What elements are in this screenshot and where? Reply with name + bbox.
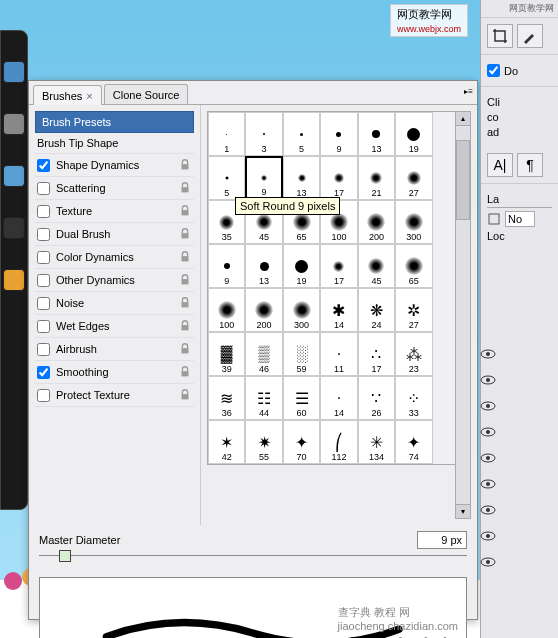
option-row-shape-dynamics[interactable]: Shape Dynamics xyxy=(35,154,194,177)
brush-swatch-5[interactable]: 5 xyxy=(208,156,245,200)
lock-icon[interactable] xyxy=(178,296,192,310)
brush-swatch-19[interactable]: 19 xyxy=(283,244,320,288)
diameter-slider[interactable] xyxy=(39,555,467,569)
brush-swatch-13[interactable]: 13 xyxy=(358,112,395,156)
lock-icon[interactable] xyxy=(178,227,192,241)
tab-brushes[interactable]: Brushes× xyxy=(33,85,102,105)
brush-swatch-13[interactable]: 13 xyxy=(245,244,282,288)
option-row-color-dynamics[interactable]: Color Dynamics xyxy=(35,246,194,269)
brush-swatch-24[interactable]: ❋24 xyxy=(358,288,395,332)
brush-swatch-17[interactable]: 17 xyxy=(320,156,357,200)
lock-icon[interactable] xyxy=(178,365,192,379)
brush-swatch-9[interactable]: 9 xyxy=(208,244,245,288)
checkbox[interactable] xyxy=(487,64,500,77)
eye-icon[interactable] xyxy=(480,476,496,492)
brush-swatch-17[interactable]: ∴17 xyxy=(358,332,395,376)
brush-swatch-112[interactable]: ⎛112 xyxy=(320,420,357,464)
brush-swatch-14[interactable]: ✱14 xyxy=(320,288,357,332)
brush-swatch-9[interactable]: 9 xyxy=(245,156,282,200)
scroll-thumb[interactable] xyxy=(456,140,470,220)
diameter-input[interactable] xyxy=(417,531,467,549)
lock-icon[interactable] xyxy=(178,342,192,356)
eye-icon[interactable] xyxy=(480,424,496,440)
brush-swatch-19[interactable]: 19 xyxy=(395,112,432,156)
scroll-up-icon[interactable]: ▴ xyxy=(456,112,470,126)
close-icon[interactable]: × xyxy=(86,90,92,102)
option-checkbox[interactable] xyxy=(37,182,50,195)
paragraph-icon[interactable]: ¶ xyxy=(517,153,543,177)
brush-swatch-39[interactable]: ▓39 xyxy=(208,332,245,376)
brush-swatch-13[interactable]: 13 xyxy=(283,156,320,200)
brush-swatch-44[interactable]: ☷44 xyxy=(245,376,282,420)
eye-icon[interactable] xyxy=(480,398,496,414)
eye-icon[interactable] xyxy=(480,346,496,362)
brush-swatch-3[interactable]: 3 xyxy=(245,112,282,156)
brush-swatch-11[interactable]: ·11 xyxy=(320,332,357,376)
option-checkbox[interactable] xyxy=(37,251,50,264)
lock-icon[interactable] xyxy=(178,388,192,402)
brush-swatch-45[interactable]: 45 xyxy=(358,244,395,288)
option-row-protect-texture[interactable]: Protect Texture xyxy=(35,384,194,407)
brush-swatch-27[interactable]: 27 xyxy=(395,156,432,200)
brush-swatch-17[interactable]: 17 xyxy=(320,244,357,288)
option-checkbox[interactable] xyxy=(37,205,50,218)
brush-swatch-46[interactable]: ▒46 xyxy=(245,332,282,376)
brush-presets-header[interactable]: Brush Presets xyxy=(35,111,194,133)
brush-swatch-70[interactable]: ✦70 xyxy=(283,420,320,464)
eye-icon[interactable] xyxy=(480,528,496,544)
slider-thumb[interactable] xyxy=(59,550,71,562)
brush-swatch-100[interactable]: 100 xyxy=(208,288,245,332)
option-checkbox[interactable] xyxy=(37,274,50,287)
brush-tip-shape-row[interactable]: Brush Tip Shape xyxy=(35,133,194,154)
option-row-other-dynamics[interactable]: Other Dynamics xyxy=(35,269,194,292)
brush-swatch-33[interactable]: ⁘33 xyxy=(395,376,432,420)
lock-icon[interactable] xyxy=(178,273,192,287)
brush-swatch-300[interactable]: 300 xyxy=(395,200,432,244)
option-row-texture[interactable]: Texture xyxy=(35,200,194,223)
option-row-noise[interactable]: Noise xyxy=(35,292,194,315)
option-checkbox[interactable] xyxy=(37,159,50,172)
brush-swatch-74[interactable]: ✦74 xyxy=(395,420,432,464)
brush-swatch-59[interactable]: ░59 xyxy=(283,332,320,376)
option-row-smoothing[interactable]: Smoothing xyxy=(35,361,194,384)
brush-swatch-23[interactable]: ⁂23 xyxy=(395,332,432,376)
brush-swatch-65[interactable]: 65 xyxy=(395,244,432,288)
grid-scrollbar[interactable]: ▴ ▾ xyxy=(455,111,471,519)
scroll-down-icon[interactable]: ▾ xyxy=(456,504,470,518)
option-checkbox[interactable] xyxy=(37,297,50,310)
lock-icon[interactable] xyxy=(178,250,192,264)
brush-swatch-21[interactable]: 21 xyxy=(358,156,395,200)
brush-swatch-36[interactable]: ≋36 xyxy=(208,376,245,420)
lock-icon[interactable] xyxy=(178,158,192,172)
option-row-scattering[interactable]: Scattering xyxy=(35,177,194,200)
brush-tool-icon[interactable] xyxy=(517,24,543,48)
option-checkbox[interactable] xyxy=(37,343,50,356)
crop-tool-icon[interactable] xyxy=(487,24,513,48)
brush-swatch-42[interactable]: ✶42 xyxy=(208,420,245,464)
brush-swatch-300[interactable]: 300 xyxy=(283,288,320,332)
type-align-icon[interactable]: A| xyxy=(487,153,513,177)
option-checkbox[interactable] xyxy=(37,320,50,333)
option-row-wet-edges[interactable]: Wet Edges xyxy=(35,315,194,338)
eye-icon[interactable] xyxy=(480,502,496,518)
lock-icon[interactable] xyxy=(178,319,192,333)
option-checkbox[interactable] xyxy=(37,366,50,379)
brush-swatch-134[interactable]: ✳134 xyxy=(358,420,395,464)
layer-mode-input[interactable] xyxy=(505,211,535,227)
brush-swatch-14[interactable]: ·14 xyxy=(320,376,357,420)
brush-swatch-5[interactable]: 5 xyxy=(283,112,320,156)
brush-swatch-27[interactable]: ✲27 xyxy=(395,288,432,332)
brush-swatch-200[interactable]: 200 xyxy=(245,288,282,332)
lock-icon[interactable] xyxy=(178,181,192,195)
brush-swatch-1[interactable]: 1 xyxy=(208,112,245,156)
brush-swatch-9[interactable]: 9 xyxy=(320,112,357,156)
option-checkbox[interactable] xyxy=(37,389,50,402)
brush-swatch-55[interactable]: ✷55 xyxy=(245,420,282,464)
option-row-airbrush[interactable]: Airbrush xyxy=(35,338,194,361)
brush-swatch-60[interactable]: ☰60 xyxy=(283,376,320,420)
option-row-dual-brush[interactable]: Dual Brush xyxy=(35,223,194,246)
lock-icon[interactable] xyxy=(178,204,192,218)
eye-icon[interactable] xyxy=(480,372,496,388)
brush-swatch-200[interactable]: 200 xyxy=(358,200,395,244)
eye-icon[interactable] xyxy=(480,450,496,466)
